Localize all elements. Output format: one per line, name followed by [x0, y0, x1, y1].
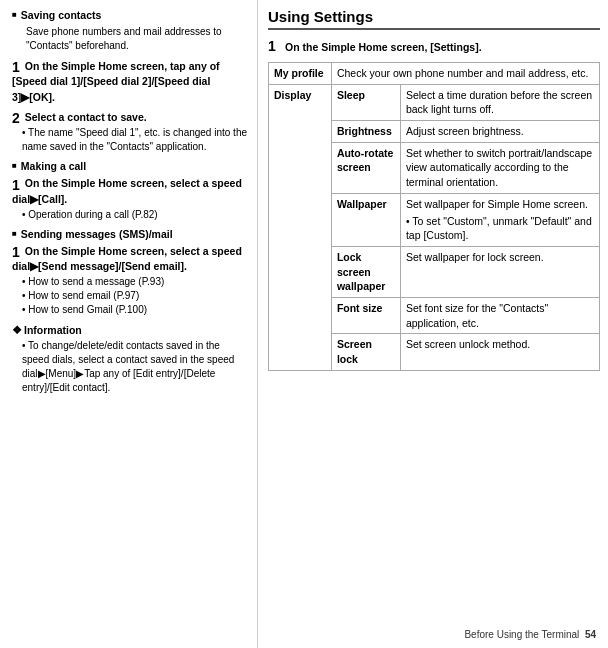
table-cell-sub: Lock screen wallpaper	[331, 246, 400, 297]
making-call-step1: 1 On the Simple Home screen, select a sp…	[12, 176, 247, 221]
table-cell-sub: Brightness	[331, 121, 400, 143]
footer: Before Using the Terminal 54	[464, 629, 596, 640]
page-number: 54	[585, 629, 596, 640]
right-title: Using Settings	[268, 8, 600, 30]
right-column: Using Settings 1 On the Simple Home scre…	[258, 0, 608, 648]
table-cell-desc: Set whether to switch portrait/landscape…	[400, 142, 599, 193]
table-cell-sub: Auto-rotate screen	[331, 142, 400, 193]
table-row: DisplaySleepSelect a time duration befor…	[269, 84, 600, 120]
table-row: My profileCheck your own phone number an…	[269, 63, 600, 85]
table-cell-desc: Check your own phone number and mail add…	[331, 63, 599, 85]
making-call-heading: Making a call	[12, 159, 247, 174]
table-cell-sub: Font size	[331, 297, 400, 333]
table-cell-desc: Set screen unlock method.	[400, 334, 599, 370]
saving-contacts-heading: Saving contacts	[12, 8, 247, 23]
sending-step1: 1 On the Simple Home screen, select a sp…	[12, 244, 247, 317]
saving-contacts-step1: 1 On the Simple Home screen, tap any of …	[12, 59, 247, 105]
table-cell-desc: Select a time duration before the screen…	[400, 84, 599, 120]
table-cell-desc: Set wallpaper for lock screen.	[400, 246, 599, 297]
table-cell-sub: Sleep	[331, 84, 400, 120]
table-cell-sub: Wallpaper	[331, 193, 400, 246]
table-cell-desc: Adjust screen brightness.	[400, 121, 599, 143]
right-step1: 1 On the Simple Home screen, [Settings].	[268, 38, 600, 54]
saving-contacts-subtext: Save phone numbers and mail addresses to…	[26, 25, 247, 53]
table-cell-main: Display	[269, 84, 332, 370]
footer-label: Before Using the Terminal	[464, 629, 579, 640]
settings-table: My profileCheck your own phone number an…	[268, 62, 600, 371]
table-cell-desc: Set font size for the "Contacts" applica…	[400, 297, 599, 333]
table-cell-main: My profile	[269, 63, 332, 85]
saving-contacts-step2: 2 Select a contact to save. The name "Sp…	[12, 110, 247, 154]
table-cell-sub: Screen lock	[331, 334, 400, 370]
table-cell-desc: Set wallpaper for Simple Home screen.To …	[400, 193, 599, 246]
sending-messages-heading: Sending messages (SMS)/mail	[12, 227, 247, 242]
information-block: Information To change/delete/edit contac…	[12, 323, 247, 394]
left-column: Saving contacts Save phone numbers and m…	[0, 0, 258, 648]
information-heading: Information	[12, 323, 247, 338]
